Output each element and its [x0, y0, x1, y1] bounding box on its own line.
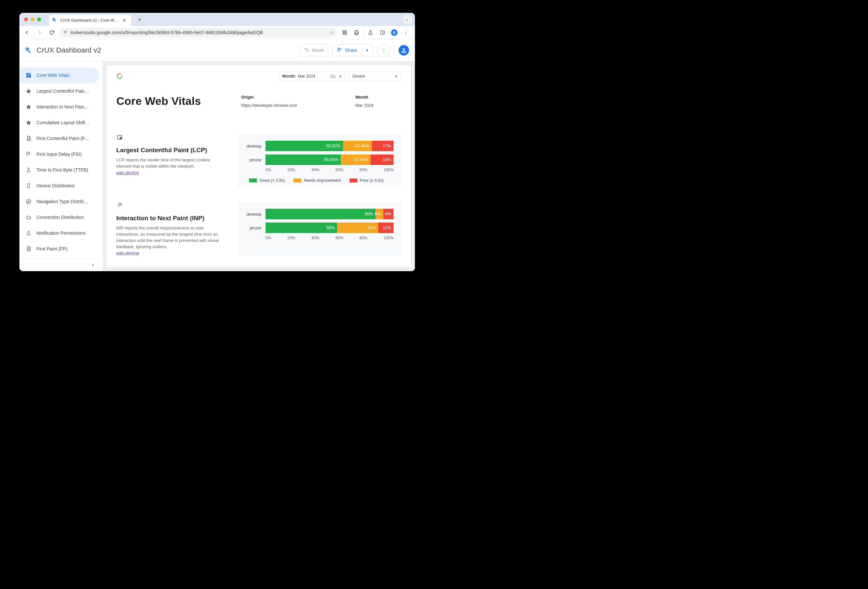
star-icon [25, 119, 32, 126]
chart-legend: Good (< 2.5s)Needs ImprovementPoor (≥ 4.… [239, 178, 394, 183]
month-filter-key: Month: [282, 74, 296, 78]
close-window-button[interactable] [24, 18, 28, 21]
bar-segment: 23.33% [341, 154, 371, 165]
metric-title: Largest Contentful Paint (LCP) [116, 147, 225, 154]
bar-segment: 18% [371, 154, 394, 165]
share-label: Share [345, 48, 357, 53]
address-bar[interactable]: lookerstudio.google.com/u/0/reporting/bb… [59, 28, 337, 37]
svg-point-11 [338, 48, 340, 50]
sidebar-item[interactable]: Notification Permissions [19, 225, 99, 241]
svg-point-3 [64, 31, 65, 32]
browser-menu-icon[interactable]: ⋮ [401, 28, 411, 37]
star-icon [25, 104, 32, 110]
app-body: Core Web VitalsLargest Contentful Pain…I… [19, 61, 415, 271]
month-label: Month [356, 95, 402, 99]
back-button[interactable] [22, 28, 32, 37]
sidebar-collapse-button[interactable] [19, 259, 102, 271]
sidebar-item-label: Device Distribution [37, 183, 75, 188]
close-tab-icon[interactable]: ✕ [121, 18, 128, 23]
sidebar-item-label: Cumulative Layout Shift… [37, 120, 90, 125]
month-filter-count: (1) [331, 74, 335, 78]
sidebar-item[interactable]: Core Web Vitals [19, 67, 99, 83]
extension-placeholder-icon[interactable] [340, 28, 350, 37]
svg-rect-16 [26, 75, 28, 78]
sidebar-item[interactable]: Interaction to Next Pain… [19, 99, 99, 115]
looker-studio-favicon [52, 18, 58, 23]
bar-track: 56%32%12% [266, 222, 394, 233]
browser-toolbar: lookerstudio.google.com/u/0/reporting/bb… [19, 26, 415, 39]
side-panel-icon[interactable] [378, 28, 387, 37]
doc-icon [25, 246, 32, 252]
sidebar-item[interactable]: First Contentful Paint (F… [19, 130, 99, 146]
sidebar: Core Web VitalsLargest Contentful Pain…I… [19, 61, 103, 271]
sidebar-item[interactable]: Cumulative Layout Shift… [19, 115, 99, 130]
svg-rect-13 [26, 73, 28, 75]
svg-point-5 [66, 32, 67, 33]
sidebar-item[interactable]: Navigation Type Distrib… [19, 194, 99, 209]
reload-button[interactable] [47, 28, 57, 37]
minimize-window-button[interactable] [31, 18, 34, 21]
metric-doc-link[interactable]: web.dev/lcp [116, 170, 139, 175]
bar-segment: 58.85% [266, 154, 341, 165]
reset-button[interactable]: Reset [300, 44, 328, 56]
browser-tab[interactable]: CrUX Dashboard v2 › Core W… ✕ [49, 15, 131, 26]
lcp-icon [116, 134, 225, 142]
metric-desc: LCP reports the render time of the large… [116, 157, 225, 170]
sidebar-item[interactable]: Connection Distribution [19, 209, 99, 225]
zoom-window-button[interactable] [37, 18, 41, 21]
url-text: lookerstudio.google.com/u/0/reporting/bb… [71, 30, 263, 35]
lcp-chart: desktop60.62%22.38%17%phone58.85%23.33%1… [238, 134, 402, 187]
doc-icon [25, 135, 32, 142]
bar-category-label: phone [242, 225, 261, 231]
svg-rect-7 [381, 31, 384, 34]
extensions-icon[interactable] [351, 28, 362, 37]
reset-label: Reset [312, 48, 324, 53]
bar-track: 58.85%23.33%18% [266, 154, 394, 165]
chevron-down-icon: ▼ [339, 75, 342, 78]
legend-swatch [294, 179, 301, 182]
legend-item: Good (< 2.5s) [249, 178, 285, 183]
page-title: Core Web Vitals [116, 95, 228, 108]
sidebar-item-label: First Input Delay (FID) [37, 151, 82, 157]
labs-icon[interactable] [366, 28, 375, 37]
device-filter[interactable]: Device ▼ [349, 71, 402, 81]
cloud-icon [25, 214, 32, 221]
bar-category-label: desktop [242, 212, 261, 217]
new-tab-button[interactable]: ＋ [135, 15, 144, 24]
share-dropdown-icon[interactable]: ▼ [365, 48, 369, 52]
dashboard-icon [25, 72, 32, 78]
sidebar-item[interactable]: First Paint (FP) [19, 241, 99, 257]
inp-icon [116, 202, 225, 210]
bar-segment: 56% [266, 222, 337, 233]
svg-point-8 [26, 48, 29, 50]
bar-category-label: desktop [242, 144, 261, 149]
legend-swatch [350, 179, 357, 182]
profile-avatar[interactable]: B [389, 28, 399, 37]
bar-segment: 60.62% [266, 141, 343, 151]
tab-title: CrUX Dashboard v2 › Core W… [60, 18, 119, 23]
site-settings-icon[interactable] [63, 29, 68, 36]
origin-label: Origin [241, 95, 297, 99]
metric-desc: INP reports the overall responsiveness t… [116, 225, 225, 250]
forward-button[interactable] [34, 28, 44, 37]
sidebar-item[interactable]: First Input Delay (FID) [19, 146, 99, 162]
sidebar-item[interactable]: Largest Contentful Pain… [19, 83, 99, 99]
bar-segment: 8% [384, 209, 394, 219]
share-button[interactable]: Share ▼ [332, 44, 373, 56]
tab-overflow-button[interactable]: ⌄ [403, 15, 412, 24]
sidebar-item-label: First Paint (FP) [37, 246, 67, 252]
bookmark-icon[interactable]: ☆ [329, 30, 334, 35]
month-filter[interactable]: Month: Mar 2024 (1) ▼ [279, 71, 345, 81]
bar-segment: 22.38% [343, 141, 372, 151]
account-avatar[interactable] [399, 45, 409, 56]
sidebar-item-label: Navigation Type Distrib… [37, 199, 89, 204]
bar-segment: 32% [337, 222, 378, 233]
more-options-button[interactable]: ⋮ [377, 44, 390, 57]
sidebar-item[interactable]: Time to First Byte (TTFB) [19, 162, 99, 178]
bar-segment: 6% [375, 209, 383, 219]
sidebar-item[interactable]: Device Distribution [19, 178, 99, 194]
metric-doc-link[interactable]: web.dev/inp [116, 250, 139, 255]
sidebar-item-label: Largest Contentful Pain… [37, 89, 89, 94]
month-filter-value: Mar 2024 [298, 74, 315, 78]
x-axis: 0%20%40%60%80%100% [239, 168, 394, 172]
